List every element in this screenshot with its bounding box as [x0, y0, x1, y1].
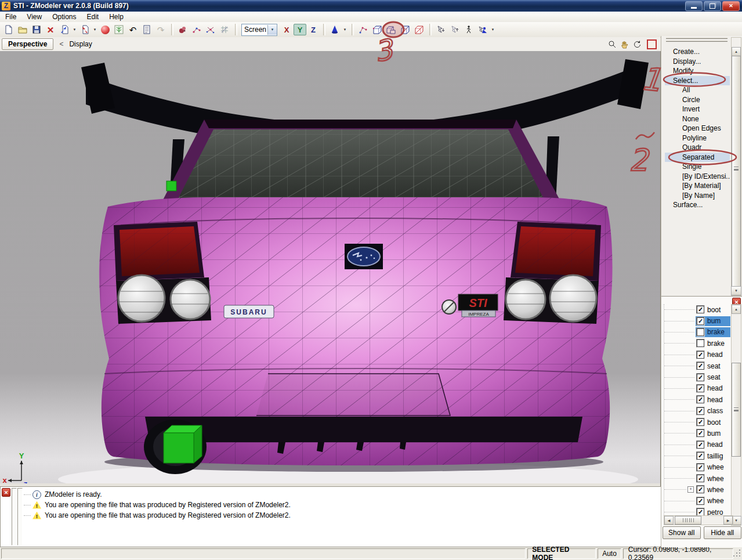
- open-file-button[interactable]: [16, 24, 29, 35]
- sidebar-command-item[interactable]: Select...: [665, 76, 730, 86]
- visibility-checkbox[interactable]: [696, 351, 705, 359]
- visibility-checkbox[interactable]: [696, 463, 705, 472]
- import-button[interactable]: [78, 24, 91, 35]
- visibility-checkbox[interactable]: [696, 317, 705, 326]
- scroll-left-icon[interactable]: ◀: [664, 516, 674, 525]
- sidebar-command-item[interactable]: All: [665, 85, 730, 95]
- combobox-dropdown-icon[interactable]: ▼: [267, 25, 277, 35]
- tree-item-row[interactable]: + head: [664, 394, 730, 405]
- expand-plus-icon[interactable]: +: [687, 486, 694, 493]
- scrollbar-thumb[interactable]: [732, 56, 741, 287]
- minimize-button[interactable]: [685, 1, 703, 11]
- viewport-back-arrow[interactable]: <: [59, 40, 63, 48]
- tree-item-row[interactable]: + taillig: [664, 450, 730, 461]
- sidebar-command-item[interactable]: Modify: [665, 66, 730, 76]
- visibility-checkbox[interactable]: [696, 429, 705, 438]
- tree-item-row[interactable]: + seat: [664, 360, 730, 371]
- menu-item[interactable]: View: [21, 12, 47, 21]
- viewport-3d-canvas[interactable]: SUBARU STI IMPREZA: [0, 51, 661, 486]
- tree-scrollbar[interactable]: ▲ ▼: [731, 304, 741, 526]
- export-dropdown[interactable]: ▼: [72, 24, 77, 35]
- tree-item-row[interactable]: + head: [664, 383, 730, 394]
- scroll-up-icon[interactable]: ▲: [732, 47, 741, 56]
- tree-item-row[interactable]: + class: [664, 406, 730, 417]
- sidebar-command-item[interactable]: None: [665, 114, 730, 124]
- axis-z-button[interactable]: Z: [307, 24, 319, 35]
- tree-item-row[interactable]: + whee: [664, 461, 730, 472]
- commands-scrollbar[interactable]: ▲ ▼: [731, 37, 741, 296]
- visibility-checkbox[interactable]: [696, 373, 705, 382]
- hierarchy-down-button[interactable]: [435, 24, 447, 35]
- tree-item-row[interactable]: + head: [664, 439, 730, 450]
- paint-select-button[interactable]: [176, 24, 189, 35]
- scroll-up-icon[interactable]: ▲: [732, 305, 741, 314]
- visibility-checkbox[interactable]: [696, 395, 705, 404]
- delete-button[interactable]: ✕: [44, 24, 57, 35]
- visibility-checkbox[interactable]: [696, 328, 705, 337]
- status-auto-toggle[interactable]: Auto: [598, 548, 621, 559]
- screen-combobox[interactable]: Screen ▼: [241, 24, 277, 36]
- menu-item[interactable]: Options: [47, 12, 81, 21]
- visibility-checkbox[interactable]: [696, 497, 705, 505]
- bones-dropdown[interactable]: ▼: [490, 24, 495, 35]
- hide-all-button[interactable]: Hide all: [704, 526, 742, 539]
- tree-item-row[interactable]: + boot: [664, 304, 730, 315]
- edges-level-button[interactable]: [204, 24, 217, 35]
- faces-level-button[interactable]: [218, 24, 231, 35]
- pan-tool-button[interactable]: [619, 39, 629, 49]
- viewport-mode-label[interactable]: Display: [69, 40, 92, 48]
- tree-item-row[interactable]: + whee: [664, 484, 730, 495]
- hierarchy-up-button[interactable]: [448, 24, 461, 35]
- axis-y-button[interactable]: Y: [294, 24, 306, 35]
- sidebar-command-item[interactable]: Single: [665, 162, 730, 172]
- close-button[interactable]: ✕: [722, 1, 740, 11]
- sidebar-command-item[interactable]: Invert: [665, 104, 730, 114]
- sidebar-command-item[interactable]: Open Edges: [665, 124, 730, 133]
- visibility-checkbox[interactable]: [696, 339, 705, 348]
- log-close-button[interactable]: ✕: [2, 488, 10, 497]
- scrollbar-thumb[interactable]: [732, 363, 741, 457]
- undo-button[interactable]: ↶: [126, 24, 139, 35]
- hscrollbar-thumb[interactable]: [675, 516, 701, 525]
- normals-button[interactable]: [328, 24, 341, 35]
- sidebar-command-item[interactable]: Polyline: [665, 133, 730, 143]
- polyline-mode-button[interactable]: [357, 24, 370, 35]
- log-window-button[interactable]: [140, 24, 153, 35]
- visibility-checkbox[interactable]: [696, 485, 705, 494]
- log-splitter-strip[interactable]: [17, 488, 23, 545]
- rotate-view-button[interactable]: [631, 39, 642, 49]
- sidebar-command-item[interactable]: Circle: [665, 95, 730, 105]
- sidebar-command-item[interactable]: Surface...: [665, 200, 730, 210]
- save-button[interactable]: [30, 24, 43, 35]
- zoom-tool-button[interactable]: [607, 39, 617, 49]
- tab-perspective[interactable]: Perspective: [2, 38, 53, 50]
- tree-item-row[interactable]: + whee: [664, 496, 730, 507]
- tree-item-row[interactable]: + boot: [664, 417, 730, 428]
- separated-select-mode-button[interactable]: [399, 24, 411, 35]
- visibility-checkbox[interactable]: [696, 362, 705, 370]
- axis-x-button[interactable]: X: [281, 24, 292, 35]
- resize-grip[interactable]: [733, 550, 741, 558]
- new-file-button[interactable]: [2, 24, 15, 35]
- visibility-checkbox[interactable]: [696, 418, 705, 427]
- sidebar-command-item[interactable]: Display...: [665, 57, 730, 67]
- sidebar-command-item[interactable]: [By ID/Extensi...: [665, 172, 730, 182]
- tree-item-row[interactable]: + brake: [664, 327, 730, 338]
- export-button[interactable]: [58, 24, 71, 35]
- panel-grip[interactable]: [666, 41, 727, 45]
- import-dropdown[interactable]: ▼: [92, 24, 97, 35]
- visibility-checkbox[interactable]: [696, 440, 705, 449]
- vertices-level-button[interactable]: [190, 24, 203, 35]
- sidebar-command-item[interactable]: Separated: [665, 153, 730, 162]
- redo-button[interactable]: ↷: [154, 24, 167, 35]
- sidebar-command-item[interactable]: [By Name]: [665, 191, 730, 201]
- tree-horizontal-scrollbar[interactable]: ◀ ▶: [664, 515, 733, 525]
- restore-button[interactable]: [704, 1, 721, 11]
- tree-item-row[interactable]: + bum: [664, 315, 730, 326]
- show-all-button[interactable]: Show all: [663, 526, 701, 539]
- object-mode-button[interactable]: [371, 24, 383, 35]
- scene-nodes-button[interactable]: [113, 24, 125, 35]
- tree-item-row[interactable]: + brake: [664, 338, 730, 349]
- single-select-mode-button[interactable]: [412, 24, 425, 35]
- walk-mode-button[interactable]: [462, 24, 475, 35]
